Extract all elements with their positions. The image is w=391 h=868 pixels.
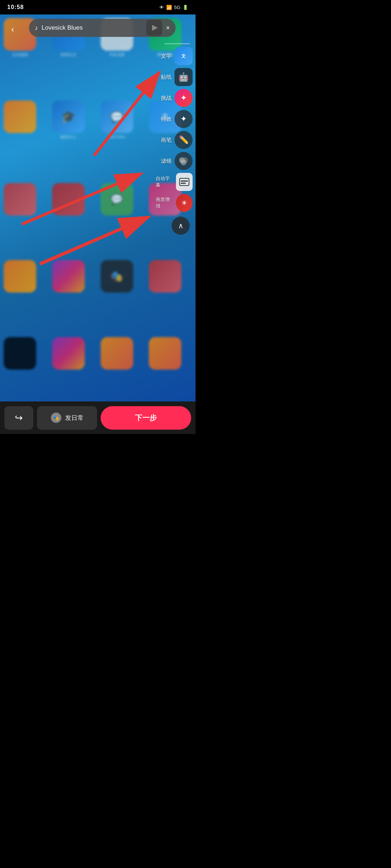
panel-label-wenzi: 文字 [161,53,172,60]
wifi-icon: 📶 [166,5,172,10]
bg-app-tiktok [4,337,36,409]
panel-label-lujing: 滤镜 [161,158,172,165]
panel-label-huazhi: 画质增强 [156,196,173,209]
bg-app-edu: 🎓 教育中心 [52,101,85,178]
chevron-up-button[interactable]: ∧ [172,217,190,235]
panel-label-texiao: 特效 [161,116,172,123]
status-time: 10:58 [7,4,24,10]
next-label: 下一步 [135,413,157,423]
huabi-icon: ✏️ [175,131,193,149]
status-bar: 10:58 👁 📶 5G 🔋 [0,0,196,14]
back-button[interactable]: ‹ [4,20,22,38]
wenzi-icon: 文 [175,47,193,65]
lujing-icon [175,152,193,170]
music-close-button[interactable]: × [166,24,170,32]
bg-app-r5-3 [101,337,133,409]
bg-app-red1 [4,183,36,255]
bottom-toolbar: ↪ 🎭 发日常 下一步 [0,401,196,434]
panel-item-tiezhi[interactable]: 贴纸 🤖 [161,68,193,86]
bg-app-game [4,101,36,178]
battery-icon: 🔋 [182,5,188,10]
share-icon: ↪ [15,412,23,424]
bg-app-linknow: 💬 Link Now [101,101,133,178]
music-thumbnail [146,20,162,36]
music-title: Lovesick Blues [42,24,143,31]
play-icon [152,25,158,31]
daily-label: 发日常 [65,414,84,422]
next-button[interactable]: 下一步 [101,406,191,430]
panel-item-wenzi[interactable]: 文字 文 [161,47,193,65]
back-arrow-icon: ‹ [11,24,14,34]
right-sidebar-panel: 文字 文 贴纸 🤖 挑战 ✦ 特效 ✦ 画笔 [156,43,196,369]
panel-item-texiao[interactable]: 特效 ✦ [161,110,193,128]
svg-rect-4 [181,180,188,182]
music-note-icon: ♪ [35,24,38,32]
panel-item-huazhi[interactable]: 画质增强 ☀ [156,194,193,212]
chevron-up-icon: ∧ [178,221,184,230]
bg-app-r4-2 [52,260,85,332]
main-screen: 运动健康 智慧生活 手机管家 腾讯视频 🎓 教育中心 💬 Link Now 文 [0,14,196,412]
share-button[interactable]: ↪ [4,406,33,430]
tiezhi-icon: 🤖 [175,68,193,86]
panel-item-tiaozhan[interactable]: 挑战 ✦ [161,89,193,107]
status-icons: 👁 📶 5G 🔋 [159,5,188,10]
svg-rect-5 [181,183,186,184]
bg-app-green: 💬 [101,183,133,255]
filter-circles-icon [178,156,189,166]
daily-button[interactable]: 🎭 发日常 [37,406,97,430]
texiao-icon: ✦ [175,110,193,128]
huazhi-icon: ☀ [176,194,193,212]
panel-label-huabi: 画笔 [161,137,172,144]
panel-label-tiaozhan: 挑战 [161,95,172,102]
zimu-icon [176,173,193,191]
panel-divider [164,43,190,44]
panel-label-tiezhi: 贴纸 [161,74,172,81]
bg-app-r4-3: 🎭 [101,260,133,332]
subtitle-icon [179,178,189,186]
panel-item-zimu[interactable]: 自动字幕 [156,173,193,191]
eye-icon: 👁 [159,5,164,10]
music-notification-bar[interactable]: ♪ Lovesick Blues × [29,19,176,37]
svg-point-2 [181,159,186,165]
panel-label-zimu: 自动字幕 [156,175,173,188]
svg-rect-3 [180,178,189,186]
daily-avatar: 🎭 [51,412,62,423]
avatar-icon: 🎭 [53,415,59,421]
signal-icon: 5G [174,5,180,10]
panel-item-huabi[interactable]: 画笔 ✏️ [161,131,193,149]
tiaozhan-icon: ✦ [175,89,193,107]
panel-item-lujing[interactable]: 滤镜 [161,152,193,170]
bg-app-r4-1 [4,260,36,332]
bg-app-r5-2 [52,337,85,409]
bg-app-red2 [52,183,85,255]
